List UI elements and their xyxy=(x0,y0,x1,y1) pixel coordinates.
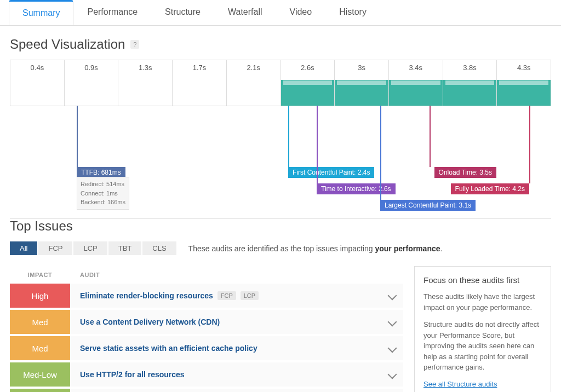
issue-row[interactable]: Med-LowAvoid CSS @importFCPLCP xyxy=(10,389,403,392)
flt-marker: Fully Loaded Time: 4.2s xyxy=(451,183,529,194)
impact-badge: Med-Low xyxy=(10,389,70,392)
focus-panel: Focus on these audits first These audits… xyxy=(414,266,551,392)
timeline-frame xyxy=(64,75,118,106)
issue-row[interactable]: MedUse a Content Delivery Network (CDN) xyxy=(10,310,403,334)
ttfb-details: Redirect: 514msConnect: 1msBackend: 166m… xyxy=(77,177,129,210)
speed-visualization: 0.4s0.9s1.3s1.7s2.1s2.6s3s3.4s3.8s4.3s T… xyxy=(10,60,551,218)
expand-button[interactable] xyxy=(381,362,403,387)
focus-panel-p1: These audits likely have the largest imp… xyxy=(423,291,542,313)
timeline-time: 3.4s xyxy=(388,60,443,75)
filter-all[interactable]: All xyxy=(10,241,37,255)
filter-fcp[interactable]: FCP xyxy=(38,241,72,255)
timeline-frame xyxy=(172,75,226,106)
impact-badge: Med-Low xyxy=(10,362,70,387)
fcp-marker-line xyxy=(288,106,289,167)
onload-marker: Onload Time: 3.5s xyxy=(434,167,496,178)
impact-badge: Med xyxy=(10,336,70,360)
tab-summary[interactable]: Summary xyxy=(9,0,73,25)
timeline-frame xyxy=(118,75,172,106)
timeline-time: 3s xyxy=(334,60,388,75)
lcp-marker: Largest Contentful Paint: 3.1s xyxy=(380,200,476,211)
metric-tag: FCP xyxy=(217,291,236,300)
help-icon[interactable]: ? xyxy=(130,40,139,49)
tabs-bar: SummaryPerformanceStructureWaterfallVide… xyxy=(0,0,561,26)
focus-panel-p2: Structure audits do not directly affect … xyxy=(423,319,542,373)
expand-button[interactable] xyxy=(381,336,403,360)
issues-table: IMPACT AUDIT HighEliminate render-blocki… xyxy=(10,266,403,392)
tti-marker: Time to Interactive: 2.6s xyxy=(317,183,396,194)
timeline-time: 4.3s xyxy=(496,60,551,75)
expand-button[interactable] xyxy=(381,389,403,392)
filter-description: These audits are identified as the top i… xyxy=(188,244,443,253)
col-header-audit: AUDIT xyxy=(70,272,100,278)
timeline-frame xyxy=(334,75,388,106)
timeline-frame xyxy=(226,75,280,106)
issue-filters: AllFCPLCPTBTCLS These audits are identif… xyxy=(10,241,551,255)
ttfb-marker-line xyxy=(77,106,78,167)
speed-viz-heading: Speed Visualization ? xyxy=(10,37,551,52)
fcp-marker: First Contentful Paint: 2.4s xyxy=(288,167,374,178)
see-all-structure-link[interactable]: See all Structure audits xyxy=(423,380,497,388)
impact-badge: High xyxy=(10,284,70,308)
audit-title: Eliminate render-blocking resources xyxy=(80,291,213,300)
timeline-time: 2.6s xyxy=(280,60,335,75)
expand-button[interactable] xyxy=(381,310,403,334)
timeline-time: 3.8s xyxy=(443,60,497,75)
filter-lcp[interactable]: LCP xyxy=(73,241,107,255)
expand-button[interactable] xyxy=(381,284,403,308)
issue-row[interactable]: MedServe static assets with an efficient… xyxy=(10,336,403,360)
chevron-down-icon xyxy=(388,370,397,379)
timeline-frame xyxy=(280,75,335,106)
impact-badge: Med xyxy=(10,310,70,334)
tab-performance[interactable]: Performance xyxy=(73,0,151,25)
filter-cls[interactable]: CLS xyxy=(142,241,176,255)
audit-title: Use a Content Delivery Network (CDN) xyxy=(80,318,220,326)
timeline-time: 0.4s xyxy=(10,60,64,75)
issue-row[interactable]: Med-LowUse HTTP/2 for all resources xyxy=(10,362,403,387)
tab-waterfall[interactable]: Waterfall xyxy=(214,0,276,25)
timeline-time: 2.1s xyxy=(226,60,280,75)
chevron-down-icon xyxy=(388,291,397,301)
timeline-frame xyxy=(388,75,443,106)
audit-title: Serve static assets with an efficient ca… xyxy=(80,344,257,353)
metric-tag: LCP xyxy=(241,291,259,300)
timeline-frame xyxy=(443,75,497,106)
top-issues-heading: Top Issues xyxy=(10,218,551,234)
timeline-time: 1.7s xyxy=(172,60,226,75)
filter-tbt[interactable]: TBT xyxy=(108,241,142,255)
timeline-frame xyxy=(496,75,551,106)
ttfb-marker: TTFB: 681ms xyxy=(77,167,125,178)
chevron-down-icon xyxy=(388,344,397,353)
flt-marker-line xyxy=(529,106,530,183)
col-header-impact: IMPACT xyxy=(10,272,70,278)
tti-marker-line xyxy=(317,106,318,183)
chevron-down-icon xyxy=(388,318,397,327)
timeline-time: 0.9s xyxy=(64,60,118,75)
tab-history[interactable]: History xyxy=(325,0,380,25)
audit-title: Use HTTP/2 for all resources xyxy=(80,370,185,379)
focus-panel-title: Focus on these audits first xyxy=(423,275,542,285)
tab-structure[interactable]: Structure xyxy=(151,0,214,25)
timeline-frame xyxy=(10,75,64,106)
issue-row[interactable]: HighEliminate render-blocking resourcesF… xyxy=(10,284,403,308)
timeline-time: 1.3s xyxy=(118,60,172,75)
tab-video[interactable]: Video xyxy=(276,0,326,25)
onload-marker-line xyxy=(430,106,431,167)
lcp-marker-line xyxy=(380,106,381,200)
